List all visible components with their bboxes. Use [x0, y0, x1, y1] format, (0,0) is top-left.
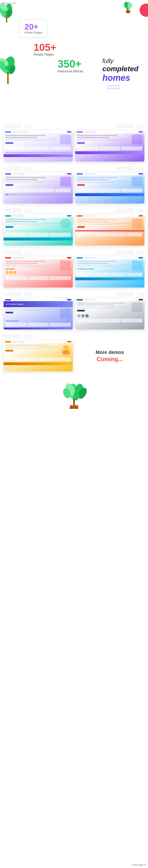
home-07-text: Our Awards — [5, 261, 58, 274]
home-11-label: HOME 11 — [4, 333, 73, 340]
home-07-shape — [60, 261, 71, 270]
home-11-name — [5, 345, 49, 346]
home-02-cta — [77, 142, 85, 144]
home-07-container: HOME 07 — [4, 249, 73, 287]
home-01-inner — [4, 130, 73, 162]
home-07-logo — [5, 257, 11, 258]
home-01-shape — [60, 135, 71, 144]
home-06-title2 — [77, 221, 109, 222]
home-07-award-items — [5, 271, 58, 274]
home-09-nav-links — [13, 300, 24, 300]
home-03-title1 — [5, 177, 45, 178]
home-05-hero — [4, 217, 73, 230]
home-11-text — [5, 345, 60, 355]
stat-ready-number: 105+ — [34, 42, 56, 53]
home-07-nav-link — [21, 257, 24, 258]
stat-ready-pages: 105+ Ready Pages — [34, 42, 139, 56]
home-06-stats — [75, 232, 144, 237]
home-07-hero: Our Awards — [4, 259, 73, 276]
home-03-text — [5, 177, 58, 186]
svg-point-6 — [124, 2, 128, 8]
home-06-nav-link — [92, 216, 96, 216]
home-04-stats — [75, 188, 144, 193]
home-02-card — [75, 130, 144, 162]
home-11-nav — [4, 340, 73, 343]
home-02-stat3 — [121, 147, 143, 150]
plant-mid-left — [0, 53, 24, 84]
home-07-sub2 — [5, 266, 43, 267]
hero-line2: completed — [102, 65, 139, 73]
home-08-stat3 — [110, 273, 126, 276]
more-coming-text-block: More demos Coming... — [96, 349, 124, 363]
home-03-label: HOME 03 — [4, 165, 73, 172]
home-04-cta1 — [77, 184, 85, 186]
home-05-banner — [4, 238, 73, 241]
home-01-nav-link — [25, 132, 28, 132]
home-11-banner — [4, 362, 73, 365]
more-coming-line2: Coming... — [96, 355, 124, 363]
home-04-hero — [75, 175, 144, 188]
home-08-stat1 — [77, 273, 93, 276]
home-05-logo — [5, 215, 11, 217]
home-11-nav-link — [17, 341, 20, 342]
home-03-nav-link — [21, 174, 24, 174]
home-09-container: HOME 09 Be The G — [4, 291, 73, 330]
stat-blocks-number: 350+ — [58, 58, 81, 70]
home-10-avatar1 — [77, 314, 80, 317]
home-11-person-shape — [61, 345, 71, 355]
home-06-nav-link — [89, 216, 92, 216]
home-03-nav-btn — [67, 173, 71, 175]
homes-row-1: HOME 01 — [4, 123, 144, 162]
home-07-stats — [4, 276, 73, 281]
home-03-nav-link — [17, 174, 20, 174]
home-09-stat3 — [49, 323, 71, 327]
home-10-nav-btn — [139, 299, 143, 301]
home-02-stat1 — [77, 147, 99, 150]
home-01-stat2 — [28, 147, 49, 150]
home-11-hero — [4, 343, 73, 357]
more-coming-line1: More demos — [96, 349, 124, 355]
home-01-nav-link — [13, 132, 16, 132]
home-05-nav-btn — [67, 215, 71, 217]
home-01-banner — [4, 154, 73, 157]
home-08-subtitle: Forward into Growth — [77, 268, 130, 270]
home-03-title2 — [5, 179, 38, 180]
home-05-nav-link — [21, 216, 24, 216]
home-02-shape — [132, 135, 143, 144]
home-10-logo — [77, 299, 83, 301]
home-07-award1 — [5, 271, 9, 274]
home-05-divider — [5, 230, 71, 231]
home-04-shape — [132, 177, 143, 186]
home-01-title2 — [5, 137, 38, 138]
page-wrapper: Aileyun.Com www.tgge.cn 20+ Home Pages — [0, 0, 148, 868]
home-01-container: HOME 01 — [4, 123, 73, 162]
home-10-label: HOME 10 — [75, 291, 144, 298]
stat-ready-label: Ready Pages — [34, 53, 139, 56]
home-05-sub1 — [5, 223, 58, 224]
home-08-title2 — [77, 263, 109, 264]
home-01-mid-section — [4, 152, 73, 154]
home-07-awards-label: Our Awards — [5, 268, 58, 270]
home-08-sub1 — [77, 265, 130, 266]
bottom-plant-section — [0, 375, 148, 418]
home-11-nav-links — [13, 341, 24, 342]
home-10-card — [75, 298, 144, 330]
home-01-sub1 — [5, 139, 58, 140]
home-04-stat3 — [121, 188, 143, 192]
home-10-container: HOME 10 — [75, 291, 144, 330]
home-03-nav-link — [13, 174, 16, 174]
home-06-container: HOME 06 — [75, 208, 144, 246]
home-06-illus — [132, 219, 143, 228]
small-plant-top — [123, 1, 133, 17]
home-05-nav-links — [13, 216, 24, 216]
home-11-body — [63, 350, 70, 354]
home-01-nav-links — [13, 132, 28, 132]
home-10-hero — [75, 301, 144, 314]
home-08-nav-links — [84, 257, 96, 258]
home-02-logo — [77, 131, 83, 133]
home-08-text: Forward into Growth — [77, 261, 130, 271]
home-07-label: HOME 07 — [4, 249, 73, 256]
home-04-btns — [77, 184, 130, 186]
home-03-stat3 — [39, 188, 54, 192]
homes-section: HOME 01 — [0, 123, 148, 371]
